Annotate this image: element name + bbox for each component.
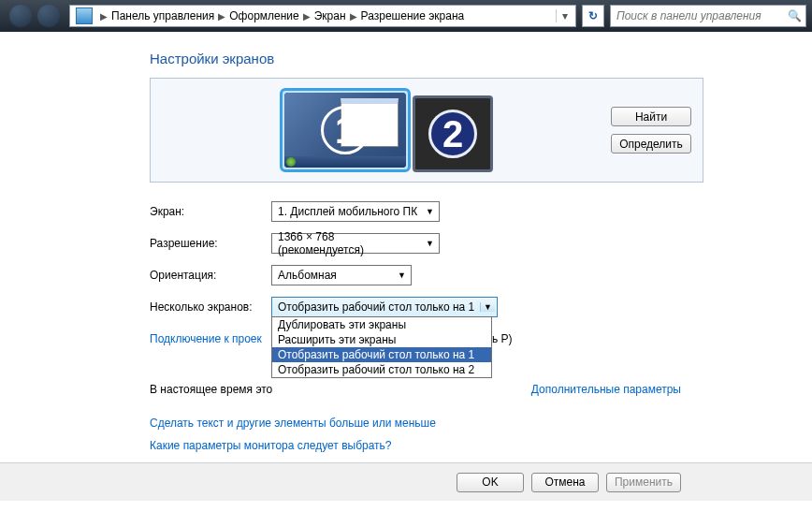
monitor-number: 1 (321, 106, 370, 154)
multiple-displays-select[interactable]: Отобразить рабочий стол только на 1 ▼ Ду… (271, 297, 498, 317)
chevron-down-icon: ▼ (423, 207, 437, 216)
resolution-label: Разрешение: (150, 237, 271, 250)
projector-link[interactable]: Подключение к проек (150, 332, 262, 345)
dropdown-option-duplicate[interactable]: Дублировать эти экраны (272, 317, 491, 332)
monitor-number: 2 (428, 110, 477, 158)
chevron-right-icon[interactable]: ▶ (218, 11, 225, 22)
monitor-1-selected[interactable]: 1 (280, 88, 411, 172)
resolution-select[interactable]: 1366 × 768 (рекомендуется) ▼ (271, 233, 440, 254)
identify-button[interactable]: Определить (611, 134, 691, 154)
address-bar: ▶ Панель управления ▶ Оформление ▶ Экран… (0, 0, 812, 32)
breadcrumb-field[interactable]: ▶ Панель управления ▶ Оформление ▶ Экран… (69, 5, 576, 27)
display-select[interactable]: 1. Дисплей мобильного ПК ▼ (271, 201, 440, 222)
detect-button[interactable]: Найти (611, 107, 691, 126)
multiple-displays-label: Несколько экранов: (150, 300, 271, 314)
nav-back-button[interactable] (9, 5, 32, 27)
breadcrumb-item[interactable]: Разрешение экрана (361, 9, 465, 22)
chevron-down-icon: ▼ (480, 302, 495, 312)
monitor-help-link[interactable]: Какие параметры монитора следует выбрать… (150, 439, 812, 452)
breadcrumb-item[interactable]: Панель управления (111, 9, 214, 22)
ok-button[interactable]: OK (457, 473, 524, 492)
resolution-value: 1366 × 768 (рекомендуется) (278, 230, 423, 256)
monitor-1[interactable]: 1 (284, 93, 406, 168)
content-area: Настройки экранов 1 2 Найти (0, 32, 812, 462)
monitor-2[interactable]: 2 (413, 95, 493, 172)
text-size-link[interactable]: Сделать текст и другие элементы больше и… (150, 417, 812, 430)
chevron-right-icon[interactable]: ▶ (303, 11, 311, 22)
display-label: Экран: (150, 205, 271, 218)
chevron-down-icon: ▼ (423, 239, 437, 248)
nav-forward-button[interactable] (37, 5, 60, 27)
breadcrumb: ▶ Панель управления ▶ Оформление ▶ Экран… (96, 9, 556, 22)
search-field[interactable]: 🔍 (610, 5, 806, 27)
control-panel-icon (76, 7, 93, 24)
orientation-label: Ориентация: (150, 269, 271, 282)
address-dropdown-icon[interactable]: ▾ (556, 9, 573, 22)
orientation-value: Альбомная (278, 269, 395, 282)
search-input[interactable] (615, 8, 788, 23)
dialog-footer: OK Отмена Применить (0, 462, 812, 501)
breadcrumb-item[interactable]: Оформление (229, 9, 298, 22)
monitor-arrangement[interactable]: 1 2 (162, 88, 611, 172)
chevron-right-icon[interactable]: ▶ (350, 11, 357, 22)
dropdown-option-only2[interactable]: Отобразить рабочий стол только на 2 (272, 362, 491, 377)
apply-button[interactable]: Применить (606, 473, 681, 492)
multiple-displays-dropdown: Дублировать эти экраны Расширить эти экр… (271, 316, 492, 378)
breadcrumb-item[interactable]: Экран (314, 9, 346, 22)
search-icon: 🔍 (788, 9, 802, 22)
chevron-down-icon: ▼ (395, 271, 409, 280)
refresh-button[interactable]: ↻ (582, 5, 604, 27)
monitor-preview-box: 1 2 Найти Определить (150, 78, 703, 183)
display-value: 1. Дисплей мобильного ПК (278, 205, 423, 218)
orientation-select[interactable]: Альбомная ▼ (271, 265, 412, 285)
chevron-right-icon[interactable]: ▶ (100, 11, 108, 22)
advanced-settings-link[interactable]: Дополнительные параметры (531, 383, 681, 396)
multiple-displays-value: Отобразить рабочий стол только на 1 (278, 300, 480, 314)
cancel-button[interactable]: Отмена (531, 473, 599, 492)
dropdown-option-extend[interactable]: Расширить эти экраны (272, 332, 491, 347)
main-display-note-prefix: В настоящее время это (150, 383, 272, 396)
dropdown-option-only1[interactable]: Отобразить рабочий стол только на 1 (272, 347, 491, 362)
page-title: Настройки экранов (150, 51, 812, 66)
